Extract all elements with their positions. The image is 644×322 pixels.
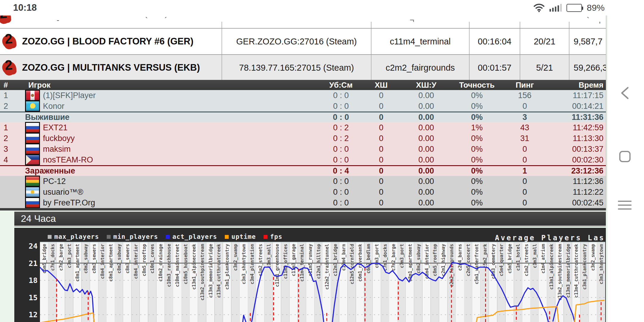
svg-text:c13m1_alpinecreek: c13m1_alpinecreek xyxy=(549,244,554,290)
kills-deaths: 0 : 0 xyxy=(320,177,362,186)
svg-text:c12m5_cornfield: c12m5_cornfield xyxy=(349,244,355,284)
svg-text:c10m1_caves: c10m1_caves xyxy=(150,244,155,273)
accuracy: 0% xyxy=(452,134,502,143)
play-time: 11:17:15 xyxy=(547,91,606,100)
player-row[interactable]: 4nosTEAM-RO0 : 000.000%000:02:30 xyxy=(0,154,606,165)
player-name: nosTEAM-RO xyxy=(43,155,93,165)
server-name-cell: 2ZOZO.GG | MULTITANKS VERSUS (EKB) xyxy=(0,55,222,80)
screen: 10:18 89% 2 -`´¬`, 2ZOZO.GG | BLOOD FACT… xyxy=(0,0,644,322)
col-ping: Пинг xyxy=(502,80,547,90)
kills-deaths: 0 : 0 xyxy=(320,198,362,208)
headshots: 0 xyxy=(362,198,401,208)
hs-per-kill: 0.00 xyxy=(401,198,452,208)
player-row[interactable]: 1(1)[SFK]Player0 : 000.000%15611:17:15 xyxy=(0,90,606,101)
legend-swatch xyxy=(264,235,267,239)
clipped-glyph: ´ xyxy=(165,16,167,25)
svg-text:c1m3_mall: c1m3_mall xyxy=(266,244,272,268)
kills-deaths: 0 : 4 xyxy=(320,166,362,176)
flag-argentina-icon xyxy=(25,186,40,198)
ping: 3 xyxy=(502,113,547,122)
svg-text:c8m4_interior: c8m4_interior xyxy=(133,244,139,279)
flag-kazakhstan-icon xyxy=(25,100,40,112)
player-name-cell: nosTEAM-RO xyxy=(14,154,320,165)
legend-label: max_players xyxy=(54,233,99,240)
svg-text:c7m2_barge: c7m2_barge xyxy=(391,244,396,271)
kills-deaths: 0 : 0 xyxy=(320,155,362,165)
svg-text:c6m3_port: c6m3_port xyxy=(374,244,380,268)
svg-text:c5m3_cemetery: c5m3_cemetery xyxy=(491,244,496,279)
svg-text:15: 15 xyxy=(29,293,38,302)
back-icon[interactable] xyxy=(619,86,631,101)
player-rank: 3 xyxy=(0,145,14,154)
player-row[interactable]: by FreeTP.Org0 : 000.000%000:02:45 xyxy=(0,197,606,208)
col-player: Игрок xyxy=(14,80,320,90)
player-row[interactable]: 2fuckboyy0 : 200.000%3111:13:30 xyxy=(0,133,606,144)
accuracy: 0% xyxy=(452,177,502,186)
svg-text:c12m1_hilltop: c12m1_hilltop xyxy=(316,244,321,279)
chart-title: Average Players Las xyxy=(495,234,605,242)
flag-philippines-icon xyxy=(25,154,40,165)
clipped-glyph: - xyxy=(57,16,59,25)
kills-deaths: 0 : 0 xyxy=(320,102,362,111)
player-name: Выжившие xyxy=(25,113,69,122)
clipped-glyph: , xyxy=(599,16,601,25)
team-summary-row[interactable]: Зараженные0 : 400.000%123:12:36 xyxy=(0,165,606,176)
player-rank: 2 xyxy=(0,134,14,143)
l4d2-game-icon: 2 xyxy=(2,59,18,76)
player-name: usuario™® xyxy=(43,188,83,197)
legend-label: fps xyxy=(270,233,282,240)
kills-deaths: 0 : 0 xyxy=(320,113,362,122)
headshots: 0 xyxy=(362,113,401,122)
player-name: fuckboyy xyxy=(43,134,75,143)
server-row[interactable]: 2ZOZO.GG | BLOOD FACTORY #6 (GER)GER.ZOZ… xyxy=(0,29,606,55)
kills-deaths: 0 : 0 xyxy=(320,145,362,154)
ping: 31 xyxy=(502,134,547,143)
col-accuracy: Точность xyxy=(452,80,502,90)
svg-text:c3m2_swamp: c3m2_swamp xyxy=(590,244,596,271)
kills-deaths: 0 : 0 xyxy=(320,91,362,100)
player-row[interactable]: 1EXT210 : 200.001%4311:42:59 xyxy=(0,122,606,133)
flag-russia-icon xyxy=(25,122,40,133)
player-name-cell: EXT21 xyxy=(14,122,320,133)
player-name-cell: by FreeTP.Org xyxy=(14,197,320,208)
player-name: EXT21 xyxy=(43,123,68,132)
legend-label: act_players xyxy=(172,233,217,240)
accuracy: 0% xyxy=(452,102,502,111)
svg-text:c8m3_sewers: c8m3_sewers xyxy=(125,244,130,273)
svg-text:24: 24 xyxy=(29,242,38,250)
player-row[interactable]: 3maksim0 : 000.000%000:13:37 xyxy=(0,144,606,154)
server-map: c11m4_terminal xyxy=(371,29,470,54)
svg-text:c3m2_swamp: c3m2_swamp xyxy=(233,244,238,271)
flag-bolivia-icon xyxy=(25,176,40,187)
battery-icon xyxy=(566,4,582,12)
player-name-cell: fuckboyy xyxy=(14,133,320,144)
server-row[interactable]: 2ZOZO.GG | MULTITANKS VERSUS (EKB)78.139… xyxy=(0,55,606,81)
svg-text:c8m5_rooftop: c8m5_rooftop xyxy=(432,244,438,276)
player-row[interactable]: 2Konor0 : 000.000%000:14:21 xyxy=(0,101,606,112)
svg-text:c7m3_port: c7m3_port xyxy=(67,244,72,268)
svg-text:c5m2_park: c5m2_park xyxy=(482,244,488,268)
svg-text:c7m2_barge: c7m2_barge xyxy=(58,244,64,271)
svg-text:21: 21 xyxy=(29,259,38,268)
svg-text:12: 12 xyxy=(29,310,38,319)
play-time: 00:13:37 xyxy=(547,145,606,154)
server-rank: 9,587,7 xyxy=(569,29,606,54)
l4d2-game-icon: 2 xyxy=(2,33,18,50)
col-number: # xyxy=(0,80,14,90)
player-row[interactable]: usuario™®0 : 000.000%011:12:22 xyxy=(0,187,606,197)
svg-text:c1m4_atrium: c1m4_atrium xyxy=(541,244,546,273)
recents-icon[interactable] xyxy=(618,198,631,212)
accuracy: 0% xyxy=(452,198,502,208)
kills-deaths: 0 : 0 xyxy=(320,188,362,197)
home-icon[interactable] xyxy=(619,151,631,162)
team-summary-row[interactable]: Выжившие0 : 000.000%311:31:36 xyxy=(0,112,606,122)
player-row[interactable]: PC-120 : 000.000%011:12:36 xyxy=(0,176,606,187)
chart-panel-header[interactable]: 24 Часа xyxy=(14,212,606,227)
android-nav-bar xyxy=(608,0,644,322)
play-time: 23:12:36 xyxy=(547,166,606,176)
server-row-partial[interactable]: 2 -`´¬`, xyxy=(0,16,606,29)
player-table: # Игрок Уб:См ХШ ХШ:У Точность Пинг Врем… xyxy=(0,80,606,208)
content-right-border xyxy=(606,0,606,210)
chart-panel-title: 24 Часа xyxy=(21,213,56,224)
svg-text:c11m2_offices: c11m2_offices xyxy=(283,244,288,279)
